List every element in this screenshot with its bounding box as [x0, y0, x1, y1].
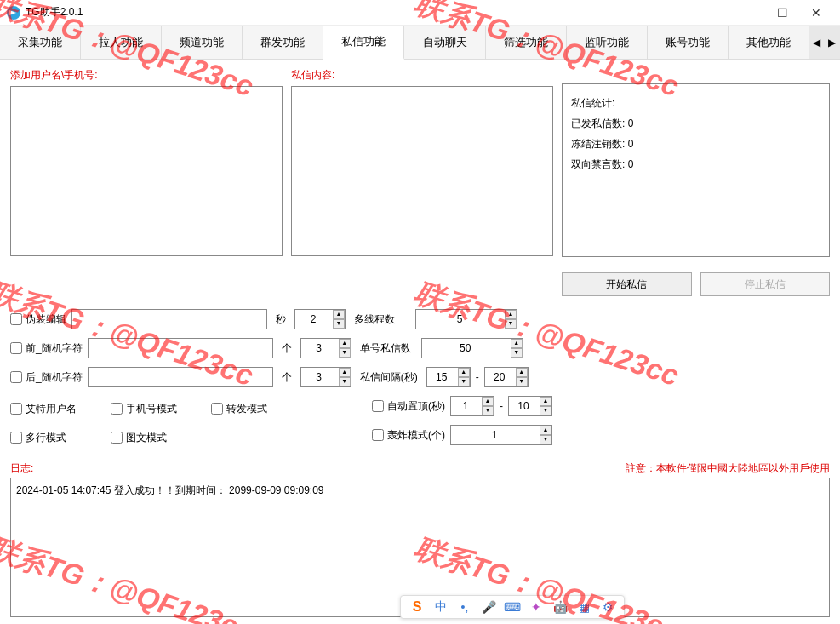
image-text-checkbox[interactable]: 图文模式	[111, 431, 167, 445]
interval-min-spinner[interactable]: ▲▼	[426, 367, 471, 387]
per-account-spinner[interactable]: ▲▼	[421, 338, 523, 358]
frozen-label: 冻结注销数:	[571, 138, 625, 150]
tab-other[interactable]: 其他功能	[729, 26, 809, 59]
prefix-random-input[interactable]	[88, 338, 273, 358]
threads-spinner[interactable]: ▲▼	[415, 309, 517, 329]
pin-min-spinner[interactable]: ▲▼	[450, 396, 494, 416]
add-users-label: 添加用户名\手机号:	[10, 68, 283, 83]
window-close-button[interactable]: ✕	[799, 2, 833, 24]
count-unit-1: 个	[278, 341, 295, 356]
ime-punct-icon[interactable]: •,	[457, 599, 472, 615]
fake-edit-seconds-spinner[interactable]: ▲▼	[294, 309, 346, 329]
fake-edit-checkbox[interactable]: 伪装编辑	[10, 312, 66, 327]
log-line: 2024-01-05 14:07:45 登入成功！！到期时间： 2099-09-…	[16, 484, 824, 498]
auto-pin-checkbox[interactable]: 自动置顶(秒)	[372, 399, 445, 414]
ime-skin-icon[interactable]: ✦	[529, 599, 544, 615]
multiline-checkbox[interactable]: 多行模式	[10, 431, 66, 445]
at-user-checkbox[interactable]: 艾特用户名	[10, 402, 77, 416]
stop-pm-button: 停止私信	[700, 272, 831, 296]
suffix-random-checkbox[interactable]: 后_随机字符	[10, 370, 83, 385]
dash-1: -	[476, 371, 479, 383]
tab-filter[interactable]: 筛选功能	[486, 26, 567, 59]
bomb-count-spinner[interactable]: ▲▼	[450, 425, 552, 445]
sent-value: 0	[628, 117, 634, 129]
tab-group-send[interactable]: 群发功能	[243, 26, 323, 59]
per-account-label: 单号私信数	[357, 341, 416, 356]
frozen-value: 0	[628, 138, 634, 150]
ime-robot-icon[interactable]: 🤖	[552, 599, 568, 615]
ime-keyboard-icon[interactable]: ⌨	[505, 599, 520, 615]
tabs-scroll-left[interactable]: ◀	[809, 26, 825, 59]
window-maximize-button[interactable]: ☐	[765, 2, 799, 24]
ime-lang-toggle[interactable]: 中	[433, 599, 449, 615]
log-label: 日志:	[10, 461, 33, 476]
add-users-textarea[interactable]	[10, 86, 283, 256]
fake-edit-input[interactable]	[71, 309, 267, 329]
tab-invite[interactable]: 拉人功能	[81, 26, 162, 59]
stats-title: 私信统计:	[571, 93, 820, 113]
prefix-count-spinner[interactable]: ▲▼	[300, 338, 351, 358]
tab-account[interactable]: 账号功能	[648, 26, 729, 59]
interval-label: 私信间隔(秒)	[357, 370, 421, 385]
start-pm-button[interactable]: 开始私信	[562, 272, 692, 296]
tab-auto-chat[interactable]: 自动聊天	[404, 26, 485, 59]
stats-panel: 私信统计: 已发私信数: 0 冻结注销数: 0 双向禁言数: 0	[562, 83, 830, 257]
ime-sogou-icon[interactable]: S	[409, 599, 425, 615]
pm-content-label: 私信内容:	[291, 68, 553, 83]
dash-2: -	[500, 400, 503, 412]
interval-max-spinner[interactable]: ▲▼	[484, 367, 529, 387]
suffix-count-spinner[interactable]: ▲▼	[300, 367, 351, 387]
forward-mode-checkbox[interactable]: 转发模式	[211, 402, 267, 416]
ime-settings-icon[interactable]: ⚙	[600, 599, 615, 615]
sent-label: 已发私信数:	[571, 117, 625, 129]
ime-toolbox-icon[interactable]: ▦	[576, 599, 591, 615]
phone-mode-checkbox[interactable]: 手机号模式	[111, 402, 177, 416]
window-titlebar: TG助手2.0.1 — ☐ ✕	[0, 0, 840, 26]
tabs-scroll-right[interactable]: ▶	[825, 26, 840, 59]
banned-label: 双向禁言数:	[571, 158, 625, 170]
tab-private-msg[interactable]: 私信功能	[323, 26, 404, 60]
tab-monitor[interactable]: 监听功能	[567, 26, 648, 59]
pm-content-textarea[interactable]	[291, 86, 553, 256]
prefix-random-checkbox[interactable]: 前_随机字符	[10, 341, 83, 356]
ime-toolbar[interactable]: S 中 •, 🎤 ⌨ ✦ 🤖 ▦ ⚙	[400, 595, 625, 619]
tab-channel[interactable]: 频道功能	[162, 26, 243, 59]
main-tabs: 采集功能 拉人功能 频道功能 群发功能 私信功能 自动聊天 筛选功能 监听功能 …	[0, 26, 840, 60]
window-minimize-button[interactable]: —	[731, 2, 765, 24]
ime-voice-icon[interactable]: 🎤	[481, 599, 496, 615]
tab-collect[interactable]: 采集功能	[0, 26, 81, 59]
bomb-mode-checkbox[interactable]: 轰炸模式(个)	[372, 428, 445, 443]
threads-label: 多线程数	[351, 312, 410, 327]
suffix-random-input[interactable]	[88, 367, 273, 387]
banned-value: 0	[628, 158, 634, 170]
region-warning: 註意：本軟件僅限中國大陸地區以外用戶使用	[626, 461, 830, 476]
window-title: TG助手2.0.1	[26, 5, 731, 20]
app-icon	[7, 6, 20, 20]
count-unit-2: 个	[278, 370, 295, 385]
sec-unit-1: 秒	[272, 312, 289, 327]
pin-max-spinner[interactable]: ▲▼	[508, 396, 552, 416]
